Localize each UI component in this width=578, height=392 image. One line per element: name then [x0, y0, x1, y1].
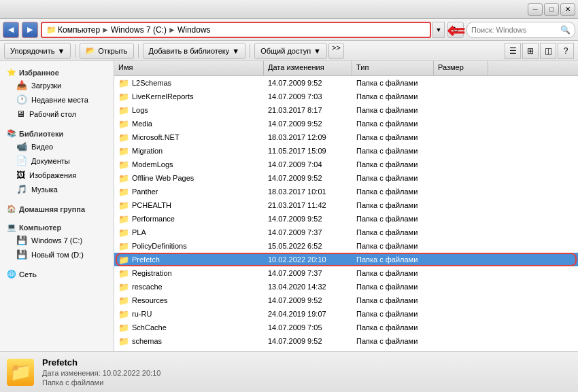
sidebar-downloads-label: Загрузки	[31, 82, 61, 90]
sidebar-computer-header[interactable]: 💻 Компьютер	[0, 220, 114, 233]
view-icons-button[interactable]: ◫	[540, 43, 556, 59]
table-row[interactable]: 📁 Registration 14.07.2009 7:37 Папка с ф…	[114, 266, 578, 280]
toolbar-separator-3	[250, 44, 250, 58]
favorites-star-icon: ⭐	[7, 68, 16, 77]
sidebar-favorites-header: ⭐ Избранное	[0, 65, 114, 78]
folder-icon: 📁	[46, 25, 56, 35]
sidebar-section-computer: 💻 Компьютер 💾 Windows 7 (C:) 💾 Новый том…	[0, 220, 114, 262]
sidebar-item-music[interactable]: 🎵 Музыка	[0, 182, 114, 196]
sidebar-item-documents[interactable]: 📄 Документы	[0, 154, 114, 168]
folder-icon: 📁	[118, 323, 129, 333]
address-box[interactable]: 📁 Компьютер ► Windows 7 (C:) ► Windows	[41, 22, 431, 38]
sidebar-section-network: 🌐 Сеть	[0, 267, 114, 280]
sidebar-item-c-drive[interactable]: 💾 Windows 7 (C:)	[0, 233, 114, 247]
images-icon: 🖼	[16, 170, 25, 180]
file-name-cell: 📁 Prefetch	[114, 254, 264, 266]
table-row[interactable]: 📁 PLA 14.07.2009 7:37 Папка с файлами	[114, 226, 578, 239]
table-row[interactable]: 📁 Resources 14.07.2009 9:52 Папка с файл…	[114, 293, 578, 307]
refresh-button[interactable]: ↻	[447, 22, 464, 38]
file-name-cell: 📁 Registration	[114, 268, 264, 279]
open-button[interactable]: 📂 Открыть	[80, 43, 133, 59]
title-bar: ─ □ ✕	[0, 0, 578, 19]
file-date-cell: 24.04.2019 19:07	[264, 309, 352, 319]
file-type-cell: Папка с файлами	[352, 92, 434, 101]
file-list[interactable]: Имя Дата изменения Тип Размер 📁 L2Schema…	[114, 61, 578, 351]
view-details-button[interactable]: ☰	[505, 43, 521, 59]
file-date-cell: 18.03.2017 10:01	[264, 187, 352, 196]
column-header-name[interactable]: Имя	[114, 61, 264, 75]
file-type-cell: Папка с файлами	[352, 200, 434, 210]
sidebar-network-header[interactable]: 🌐 Сеть	[0, 267, 114, 280]
folder-icon: 📁	[118, 282, 129, 292]
address-bar-row: ◀ ▶ 📁 Компьютер ► Windows 7 (C:) ► Windo…	[0, 19, 578, 41]
table-row[interactable]: 📁 LiveKernelReports 14.07.2009 7:03 Папк…	[114, 90, 578, 103]
organize-button[interactable]: Упорядочить ▼	[4, 43, 71, 59]
share-button[interactable]: Общий доступ ▼	[254, 43, 327, 59]
sidebar-item-recent[interactable]: 🕐 Недавние места	[0, 92, 114, 107]
view-buttons: ☰ ⊞ ◫ ?	[505, 43, 574, 59]
help-button[interactable]: ?	[558, 43, 574, 59]
table-row[interactable]: 📁 PolicyDefinitions 15.05.2022 6:52 Папк…	[114, 239, 578, 253]
table-row[interactable]: 📁 ModemLogs 14.07.2009 7:04 Папка с файл…	[114, 158, 578, 171]
sidebar-homegroup-header[interactable]: 🏠 Домашняя группа	[0, 202, 114, 215]
folder-icon: 📁	[118, 146, 129, 156]
forward-button[interactable]: ▶	[22, 22, 38, 38]
table-row[interactable]: 📁 Migration 11.05.2017 15:09 Папка с фай…	[114, 144, 578, 158]
computer-icon: 💻	[7, 223, 16, 232]
close-button[interactable]: ✕	[560, 3, 575, 16]
table-row[interactable]: 📁 Media 14.07.2009 9:52 Папка с файлами	[114, 117, 578, 130]
table-row[interactable]: 📁 PCHEALTH 21.03.2017 11:42 Папка с файл…	[114, 198, 578, 212]
table-row[interactable]: 📁 Offline Web Pages 14.07.2009 9:52 Папк…	[114, 171, 578, 185]
sidebar-item-images[interactable]: 🖼 Изображения	[0, 168, 114, 182]
address-part-drive: Windows 7 (C:)	[111, 25, 167, 35]
toolbar: Упорядочить ▼ 📂 Открыть Добавить в библи…	[0, 41, 578, 61]
sidebar-section-libraries: 📚 Библиотеки 📹 Видео 📄 Документы 🖼 Изобр…	[0, 126, 114, 196]
sidebar-item-video[interactable]: 📹 Видео	[0, 139, 114, 154]
file-size-cell	[434, 204, 488, 206]
table-row[interactable]: 📁 Prefetch 10.02.2022 20:10 Папка с файл…	[114, 253, 578, 266]
file-size-cell	[434, 123, 488, 124]
address-content: 📁 Компьютер ► Windows 7 (C:) ► Windows	[46, 25, 211, 35]
table-row[interactable]: 📁 Performance 14.07.2009 9:52 Папка с фа…	[114, 212, 578, 226]
file-date-cell: 13.04.2020 14:32	[264, 282, 352, 291]
file-size-cell	[434, 327, 488, 328]
documents-icon: 📄	[16, 156, 27, 166]
add-library-arrow-icon: ▼	[232, 47, 239, 55]
folder-icon: 📁	[118, 187, 129, 197]
search-input[interactable]	[471, 26, 558, 34]
minimize-button[interactable]: ─	[528, 3, 543, 16]
maximize-button[interactable]: □	[544, 3, 559, 16]
table-row[interactable]: 📁 SchCache 14.07.2009 7:05 Папка с файла…	[114, 321, 578, 334]
table-row[interactable]: 📁 schemas 14.07.2009 9:52 Папка с файлам…	[114, 334, 578, 348]
table-row[interactable]: 📁 ru-RU 24.04.2019 19:07 Папка с файлами	[114, 307, 578, 321]
add-library-button[interactable]: Добавить в библиотеку ▼	[143, 43, 246, 59]
file-name: LiveKernelReports	[132, 92, 194, 101]
sidebar-item-downloads[interactable]: 📥 Загрузки	[0, 78, 114, 92]
folder-icon: 📁	[118, 200, 129, 211]
column-header-size[interactable]: Размер	[434, 61, 488, 75]
file-name-cell: 📁 schemas	[114, 336, 264, 347]
table-row[interactable]: 📁 rescache 13.04.2020 14:32 Папка с файл…	[114, 280, 578, 293]
file-type-cell: Папка с файлами	[352, 255, 434, 264]
column-header-type[interactable]: Тип	[352, 61, 434, 75]
file-type-cell: Папка с файлами	[352, 173, 434, 183]
view-tiles-button[interactable]: ⊞	[522, 43, 539, 59]
file-size-cell	[434, 191, 488, 192]
address-dropdown[interactable]: ▼	[432, 22, 445, 38]
add-library-label: Добавить в библиотеку	[149, 47, 230, 55]
sidebar-item-desktop[interactable]: 🖥 Рабочий стол	[0, 107, 114, 121]
table-row[interactable]: 📁 L2Schemas 14.07.2009 9:52 Папка с файл…	[114, 76, 578, 90]
column-header-date[interactable]: Дата изменения	[264, 61, 352, 75]
sidebar: ⭐ Избранное 📥 Загрузки 🕐 Недавние места …	[0, 61, 114, 351]
more-button[interactable]: >>	[328, 43, 344, 59]
file-type-cell: Папка с файлами	[352, 241, 434, 251]
address-wrapper: 📁 Компьютер ► Windows 7 (C:) ► Windows ▼…	[41, 22, 445, 38]
sidebar-item-d-drive[interactable]: 💾 Новый том (D:)	[0, 247, 114, 262]
back-button[interactable]: ◀	[3, 22, 19, 38]
file-date-cell: 15.05.2022 6:52	[264, 241, 352, 251]
status-date-detail: Дата изменения: 10.02.2022 20:10	[42, 369, 160, 377]
table-row[interactable]: 📁 Microsoft.NET 18.03.2017 12:09 Папка с…	[114, 130, 578, 144]
video-icon: 📹	[16, 141, 27, 152]
table-row[interactable]: 📁 Logs 21.03.2017 8:17 Папка с файлами	[114, 103, 578, 117]
table-row[interactable]: 📁 Panther 18.03.2017 10:01 Папка с файла…	[114, 185, 578, 198]
